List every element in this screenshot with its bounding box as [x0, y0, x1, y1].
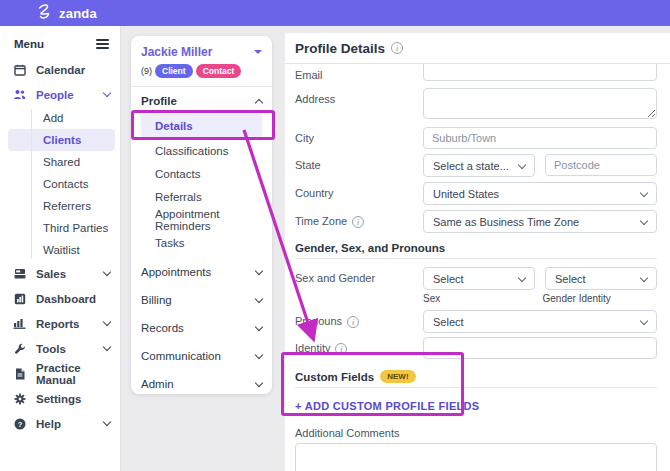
pronouns-select[interactable]: Select [423, 310, 657, 333]
profile-details-form: Email Address City State Select a state.… [285, 64, 670, 471]
info-icon[interactable] [352, 216, 364, 228]
chevron-down-icon [103, 418, 111, 426]
identity-label: Identity [295, 337, 423, 359]
chevron-down-icon [255, 294, 263, 302]
sidebar-item-shared[interactable]: Shared [0, 151, 120, 173]
section-communication[interactable]: Communication [141, 342, 262, 370]
profile-details-panel: Profile Details Email Address City State… [285, 33, 670, 471]
email-field[interactable] [423, 64, 657, 81]
additional-comments-field[interactable] [295, 443, 657, 471]
gender-identity-select[interactable]: Select [545, 267, 657, 290]
identity-field[interactable] [423, 337, 657, 359]
chevron-down-icon [640, 188, 648, 196]
dashboard-icon [13, 292, 26, 305]
section-records[interactable]: Records [141, 314, 262, 342]
divider [131, 86, 272, 87]
sidebar-item-waitlist[interactable]: Waitlist [0, 239, 120, 261]
client-dropdown-caret-icon[interactable] [254, 50, 262, 54]
reports-icon [13, 317, 26, 330]
timezone-select[interactable]: Same as Business Time Zone [423, 210, 657, 233]
sex-sublabel: Sex [423, 293, 538, 304]
sidebar-item-contacts[interactable]: Contacts [0, 173, 120, 195]
section-appointments[interactable]: Appointments [141, 258, 262, 286]
menu-heading: Menu [14, 38, 44, 50]
calendar-icon [13, 63, 26, 76]
zanda-logo[interactable]: zanda [36, 3, 97, 24]
additional-comments-label: Additional Comments [295, 427, 657, 439]
email-label: Email [295, 64, 423, 81]
city-label: City [295, 127, 423, 149]
sidebar-item-people[interactable]: People [0, 82, 120, 107]
address-label: Address [295, 88, 423, 119]
client-name[interactable]: Jackie Miller [141, 45, 212, 59]
pronouns-label: Pronouns [295, 310, 423, 333]
sex-select[interactable]: Select [423, 267, 535, 290]
app-title: zanda [59, 6, 97, 21]
sidebar-item-third-parties[interactable]: Third Parties [0, 217, 120, 239]
help-icon: ? [13, 417, 26, 430]
state-select[interactable]: Select a state... [423, 154, 535, 177]
gear-icon [13, 392, 26, 405]
client-nav-panel: Jackie Miller (9) Client Contact Profile… [131, 36, 272, 394]
sidebar-item-sales[interactable]: Sales [0, 261, 120, 286]
svg-text:?: ? [17, 419, 22, 428]
chevron-down-icon [518, 273, 526, 281]
chevron-down-icon [255, 378, 263, 386]
add-custom-profile-fields-link[interactable]: + ADD CUSTOM PROFILE FIELDS [295, 400, 479, 412]
sidebar-item-practice-manual[interactable]: Practice Manual [0, 361, 120, 386]
sidebar-item-tools[interactable]: Tools [0, 336, 120, 361]
info-icon[interactable] [335, 343, 347, 355]
address-field[interactable] [423, 88, 657, 119]
section-admin[interactable]: Admin [141, 370, 262, 398]
divider [295, 387, 657, 388]
page-title: Profile Details [295, 41, 385, 56]
client-badge: Client [155, 64, 193, 78]
profile-tab-contacts[interactable]: Contacts [141, 162, 262, 185]
section-billing[interactable]: Billing [141, 286, 262, 314]
gender-section-heading: Gender, Sex, and Pronouns [295, 242, 657, 254]
country-select[interactable]: United States [423, 182, 657, 205]
chevron-down-icon [103, 89, 111, 97]
sidebar-item-referrers[interactable]: Referrers [0, 195, 120, 217]
state-label: State [295, 154, 423, 177]
chevron-down-icon [640, 316, 648, 324]
profile-tab-tasks[interactable]: Tasks [141, 231, 262, 254]
main-sidebar: Menu Calendar People Add Clients Shared … [0, 26, 121, 471]
chevron-down-icon [255, 322, 263, 330]
sidebar-item-dashboard[interactable]: Dashboard [0, 286, 120, 311]
city-field[interactable] [423, 127, 657, 149]
sales-icon [13, 267, 26, 280]
profile-tab-details[interactable]: Details [141, 114, 262, 138]
chevron-down-icon [103, 318, 111, 326]
chevron-down-icon [640, 273, 648, 281]
postcode-field[interactable] [545, 154, 657, 176]
sidebar-item-help[interactable]: ? Help [0, 411, 120, 436]
chevron-down-icon [518, 160, 526, 168]
chevron-down-icon [255, 350, 263, 358]
sidebar-item-calendar[interactable]: Calendar [0, 57, 120, 82]
sidebar-item-add[interactable]: Add [0, 107, 120, 129]
sex-and-gender-label: Sex and Gender [295, 267, 423, 304]
people-submenu: Add Clients Shared Contacts Referrers Th… [0, 107, 120, 261]
sidebar-item-reports[interactable]: Reports [0, 311, 120, 336]
profile-section-toggle[interactable]: Profile [141, 89, 262, 113]
profile-tab-referrals[interactable]: Referrals [141, 185, 262, 208]
contact-badge: Contact [196, 64, 242, 78]
client-count: (9) [141, 66, 152, 76]
wrench-icon [13, 342, 26, 355]
chevron-down-icon [103, 343, 111, 351]
people-icon [13, 88, 26, 101]
info-icon[interactable] [391, 42, 403, 54]
profile-tab-appointment-reminders[interactable]: Appointment Reminders [141, 208, 262, 231]
profile-tab-classifications[interactable]: Classifications [141, 139, 262, 162]
hamburger-icon[interactable] [96, 37, 109, 51]
new-badge: NEW! [380, 370, 415, 383]
chevron-down-icon [640, 216, 648, 224]
sidebar-item-settings[interactable]: Settings [0, 386, 120, 411]
info-icon[interactable] [347, 316, 359, 328]
sidebar-item-clients[interactable]: Clients [8, 129, 115, 151]
zanda-logo-icon [36, 3, 53, 24]
custom-fields-heading: Custom Fields [295, 371, 374, 383]
gender-identity-sublabel: Gender Identity [538, 293, 658, 304]
custom-fields-heading-row: Custom Fields NEW! [295, 370, 657, 383]
